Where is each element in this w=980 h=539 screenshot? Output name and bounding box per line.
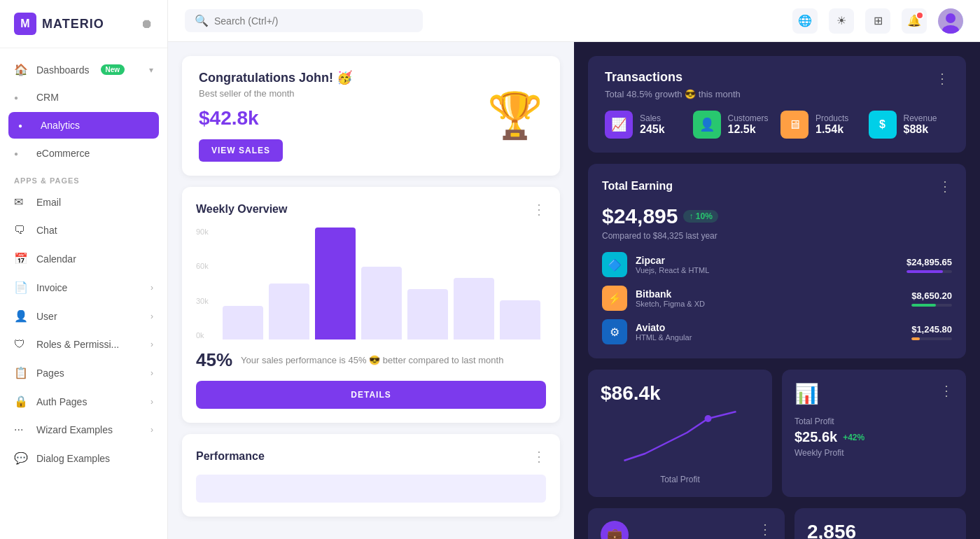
stat-value: 1.54k: [816, 123, 848, 136]
sidebar-item-ecommerce[interactable]: ● eCommerce: [0, 140, 167, 167]
sidebar-item-label: Analytics: [41, 120, 80, 131]
transactions-title: Transactions: [605, 70, 741, 85]
sidebar-item-label: CRM: [36, 92, 59, 103]
profit-right-sublabel: Weekly Profit: [794, 448, 953, 458]
y-label: 30k: [196, 297, 209, 305]
earning-amount: $24,895 ↑ 10%: [602, 204, 952, 228]
svg-point-1: [946, 13, 955, 23]
stat-label: Revenue: [904, 113, 937, 123]
revenue-icon: $: [869, 111, 897, 139]
bar-3-active: [315, 227, 356, 340]
topbar-right: 🌐 ☀ ⊞ 🔔: [792, 8, 963, 34]
notification-icon[interactable]: 🔔: [902, 8, 927, 34]
chevron-icon: ›: [150, 283, 153, 293]
sidebar-item-analytics[interactable]: ● Analytics: [8, 112, 159, 139]
bar-2: [269, 284, 309, 340]
performance-header: Performance ⋮: [196, 448, 546, 465]
earning-list: 🔷 Zipcar Vuejs, React & HTML $24,895.65: [602, 252, 952, 344]
sidebar-item-email[interactable]: ✉ Email: [0, 188, 167, 216]
total-profit-chart-card: $86.4k Total Profit: [588, 370, 772, 497]
stat-label: Sales: [640, 113, 665, 123]
new-project-menu-dots[interactable]: ⋮: [758, 521, 772, 538]
user-icon: 👤: [14, 309, 28, 323]
sidebar-item-pages[interactable]: 📋 Pages ›: [0, 358, 167, 387]
content-left: Congratulations John! 🥳 Best seller of t…: [168, 42, 574, 539]
performance-menu-dots[interactable]: ⋮: [532, 448, 546, 465]
zipcar-name: Zipcar: [636, 255, 898, 266]
sidebar-item-label: Dialog Examples: [36, 453, 110, 464]
details-button[interactable]: DETAILS: [196, 381, 546, 409]
earning-menu-dots[interactable]: ⋮: [938, 178, 952, 195]
sidebar-item-auth[interactable]: 🔒 Auth Pages ›: [0, 387, 167, 416]
sidebar-item-label: Chat: [36, 225, 57, 236]
shield-icon: 🛡: [14, 338, 28, 351]
number-stat-card: 2,856: [794, 508, 966, 539]
stat-label: Customers: [728, 113, 769, 123]
performance-placeholder: [196, 475, 546, 503]
search-box[interactable]: 🔍: [185, 9, 423, 32]
circle-icon: ●: [14, 150, 28, 158]
trophy-icon: 🏆: [487, 90, 543, 142]
sidebar-item-label: Pages: [36, 368, 64, 379]
email-icon: ✉: [14, 195, 28, 209]
sidebar-item-dialog[interactable]: 💬 Dialog Examples: [0, 444, 167, 472]
sidebar-item-user[interactable]: 👤 User ›: [0, 302, 167, 330]
sidebar-item-label: Wizard Examples: [36, 424, 113, 435]
grid-icon[interactable]: ⊞: [865, 8, 890, 34]
sidebar-item-calendar[interactable]: 📅 Calendar: [0, 244, 167, 273]
sidebar-item-label: eCommerce: [36, 148, 90, 159]
sidebar-item-wizard[interactable]: ··· Wizard Examples ›: [0, 416, 167, 444]
view-sales-button[interactable]: VIEW SALES: [199, 139, 283, 162]
content-right: Transactions Total 48.5% growth 😎 this m…: [574, 42, 980, 539]
transactions-menu-dots[interactable]: ⋮: [935, 70, 949, 87]
aviato-name: Aviato: [636, 322, 903, 333]
stat-customers: 👤 Customers 12.5k: [693, 111, 774, 139]
main-nav: 🏠 Dashboards New ▾ ● CRM ● Analytics ● e…: [0, 48, 167, 479]
chevron-icon: ▾: [149, 65, 153, 75]
aviato-tags: HTML & Angular: [636, 333, 903, 342]
number-stat-value: 2,856: [807, 521, 953, 539]
performance-card: Performance ⋮: [182, 434, 560, 517]
profit-chart-label: Total Profit: [601, 475, 760, 484]
weekly-menu-dots[interactable]: ⋮: [532, 201, 546, 218]
aviato-amount: $1,245.80: [911, 324, 952, 340]
aviato-progress-fill: [911, 337, 920, 340]
search-input[interactable]: [214, 15, 413, 27]
total-profit-stat-card: 📊 ⋮ Total Profit $25.6k +42% Weekly Prof…: [782, 370, 966, 497]
stat-sales: 📈 Sales 245k: [605, 111, 686, 139]
sidebar-item-invoice[interactable]: 📄 Invoice ›: [0, 273, 167, 302]
total-earning-card: Total Earning ⋮ $24,895 ↑ 10% Compared t…: [588, 164, 966, 358]
new-badge: New: [101, 64, 125, 75]
new-project-row: 💼 ⋮ New Project 862 -18%: [588, 508, 966, 539]
stat-info: Revenue $88k: [904, 113, 937, 136]
new-project-card: 💼 ⋮ New Project 862 -18%: [588, 508, 785, 539]
profit-menu-dots[interactable]: ⋮: [939, 382, 953, 399]
chevron-icon: ›: [150, 397, 153, 407]
bitbank-name: Bitbank: [636, 288, 903, 300]
sidebar-item-crm[interactable]: ● CRM: [0, 84, 167, 111]
transactions-stats: 📈 Sales 245k 👤 Customers 12.5k: [605, 111, 949, 139]
transactions-info: Transactions Total 48.5% growth 😎 this m…: [605, 70, 741, 111]
bar-chart-icon: 📊: [794, 382, 819, 405]
bitbank-tags: Sketch, Figma & XD: [636, 300, 903, 308]
zipcar-amount-value: $24,895.65: [906, 257, 952, 267]
stat-products: 🖥 Products 1.54k: [780, 111, 862, 139]
avatar[interactable]: [938, 8, 963, 34]
dialog-icon: 💬: [14, 451, 28, 465]
translate-icon[interactable]: 🌐: [792, 8, 818, 34]
sidebar-item-dashboards[interactable]: 🏠 Dashboards New ▾: [0, 55, 167, 84]
weekly-header: Weekly Overview ⋮: [196, 201, 546, 218]
bitbank-amount-value: $8,650.20: [911, 290, 952, 301]
customers-icon: 👤: [693, 111, 721, 139]
bitbank-progress-fill: [911, 304, 936, 307]
home-icon: 🏠: [14, 63, 28, 76]
record-icon[interactable]: ⏺: [141, 17, 153, 31]
weekly-title: Weekly Overview: [196, 203, 287, 216]
theme-icon[interactable]: ☀: [829, 8, 854, 34]
zipcar-progress-fill: [906, 270, 943, 273]
sidebar-item-roles[interactable]: 🛡 Roles & Permissi... ›: [0, 330, 167, 358]
congrats-title: Congratulations John! 🥳: [199, 70, 352, 85]
sidebar-item-chat[interactable]: 🗨 Chat: [0, 216, 167, 244]
lock-icon: 🔒: [14, 395, 28, 408]
zipcar-progress: [906, 270, 952, 273]
